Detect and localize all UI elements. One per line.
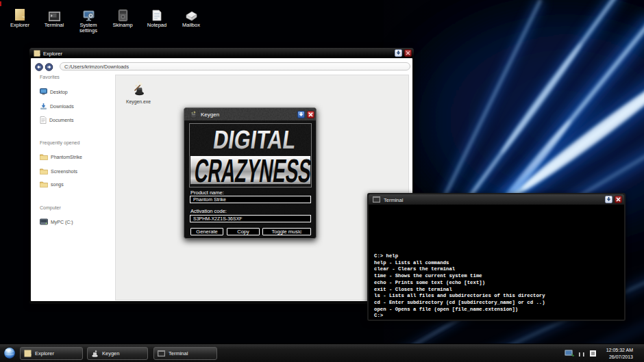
svg-text:CRAZYNESS: CRAZYNESS: [193, 152, 312, 188]
svg-text:DIGITAL: DIGITAL: [212, 125, 298, 154]
